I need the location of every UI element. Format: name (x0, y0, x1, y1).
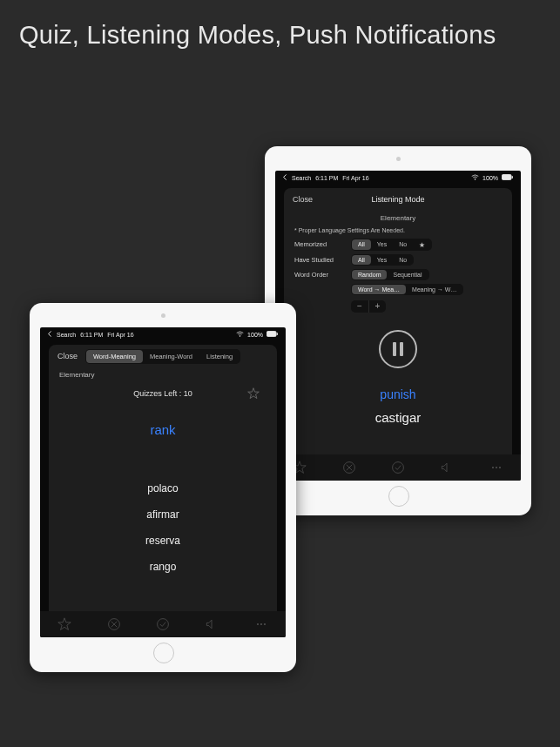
svg-point-4 (393, 462, 404, 474)
quiz-word: rank (49, 422, 277, 437)
studied-label: Have Studied (294, 256, 342, 264)
order-label: Word Order (294, 271, 342, 279)
close-button[interactable]: Close (57, 352, 78, 360)
memorized-opt-no[interactable]: No (393, 239, 413, 250)
quiz-mode-segment[interactable]: Word-Meaning Meaning-Word Listening (85, 349, 240, 364)
quiz-option[interactable]: polaco (147, 482, 178, 495)
studied-opt-all[interactable]: All (352, 255, 371, 265)
status-back-label[interactable]: Search (292, 175, 311, 181)
status-battery-pct: 100% (247, 332, 263, 338)
svg-point-14 (260, 623, 262, 625)
toolbar-cancel-icon[interactable] (342, 461, 356, 474)
svg-point-13 (257, 623, 259, 625)
listening-meaning: castigar (284, 410, 512, 425)
svg-point-5 (492, 467, 494, 468)
toolbar-star-icon[interactable] (57, 617, 71, 631)
tab-meaning-word[interactable]: Meaning-Word (143, 350, 199, 363)
mode-opt-wm[interactable]: Word → Mea… (352, 285, 406, 294)
order-opt-random[interactable]: Random (352, 270, 387, 279)
memorized-opt-all[interactable]: All (352, 239, 371, 250)
quiz-option[interactable]: reserva (145, 535, 180, 547)
memorized-opt-yes[interactable]: Yes (371, 239, 393, 250)
bottom-toolbar (275, 454, 521, 481)
pause-bar-icon (400, 342, 403, 356)
status-bar: Search 6:11 PM Fri Apr 16 100% (275, 171, 521, 183)
svg-point-8 (240, 336, 240, 337)
quiz-modal: Close Word-Meaning Meaning-Word Listenin… (49, 345, 277, 637)
plus-icon[interactable]: + (368, 300, 386, 313)
battery-icon (502, 174, 514, 181)
headline: Quiz, Listening Modes, Push Notification… (0, 0, 560, 50)
status-battery-pct: 100% (482, 175, 498, 181)
toolbar-speaker-icon[interactable] (205, 617, 219, 631)
toolbar-cancel-icon[interactable] (107, 617, 121, 631)
pause-button[interactable] (379, 330, 417, 368)
svg-rect-2 (512, 176, 513, 178)
screen-right: Search 6:11 PM Fri Apr 16 100% Close Lis… (275, 171, 521, 481)
svg-point-6 (496, 467, 497, 468)
favorite-star-icon[interactable] (247, 387, 260, 401)
svg-rect-1 (502, 174, 511, 179)
quizzes-left-label: Quizzes Left : 10 (133, 389, 192, 398)
tab-listening[interactable]: Listening (199, 350, 240, 363)
mode-opt-mw[interactable]: Meaning → W… (406, 285, 462, 294)
toolbar-check-icon[interactable] (391, 461, 405, 474)
status-back-label[interactable]: Search (57, 332, 76, 338)
listening-modal: Close Listening Mode Elementary * Proper… (284, 188, 512, 481)
quiz-options: polaco afirmar reserva rango (49, 482, 277, 573)
wifi-icon (236, 331, 244, 338)
wifi-icon (471, 174, 479, 181)
toolbar-more-icon[interactable] (489, 461, 503, 474)
listening-word: punish (284, 387, 512, 401)
settings-note: * Proper Language Settings Are Needed. (284, 224, 512, 237)
svg-point-0 (475, 179, 476, 180)
memorized-label: Memorized (294, 240, 342, 248)
studied-segment[interactable]: All Yes No (351, 254, 414, 266)
quiz-option[interactable]: afirmar (146, 508, 179, 521)
status-time: 6:11 PM (315, 175, 338, 181)
modal-title: Listening Mode (284, 195, 512, 204)
order-segment[interactable]: Random Sequential (351, 269, 429, 280)
svg-point-7 (499, 467, 501, 468)
svg-point-12 (158, 619, 169, 630)
pause-bar-icon (393, 342, 396, 356)
toolbar-speaker-icon[interactable] (440, 461, 454, 474)
ipad-device-right: Search 6:11 PM Fri Apr 16 100% Close Lis… (265, 146, 531, 515)
toolbar-more-icon[interactable] (254, 617, 268, 631)
bottom-toolbar (40, 611, 286, 637)
level-label: Elementary (49, 366, 277, 380)
order-opt-sequential[interactable]: Sequential (387, 270, 428, 279)
memorized-opt-star[interactable] (413, 239, 431, 250)
minus-icon[interactable]: − (351, 300, 368, 313)
memorized-segment[interactable]: All Yes No (351, 239, 432, 251)
toolbar-check-icon[interactable] (156, 617, 170, 631)
back-chevron-icon[interactable] (47, 331, 52, 338)
close-button[interactable]: Close (293, 195, 313, 204)
quiz-option[interactable]: rango (150, 561, 177, 573)
status-time: 6:11 PM (80, 332, 103, 338)
status-date: Fri Apr 16 (342, 175, 368, 181)
mode-segment[interactable]: Word → Mea… Meaning → W… (351, 284, 463, 295)
level-label: Elementary (284, 209, 512, 224)
svg-point-15 (264, 623, 266, 625)
svg-rect-9 (267, 331, 276, 336)
status-bar: Search 6:11 PM Fri Apr 16 100% (40, 327, 286, 340)
studied-opt-yes[interactable]: Yes (371, 255, 393, 265)
studied-opt-no[interactable]: No (393, 255, 413, 265)
svg-rect-10 (277, 333, 278, 335)
screen-left: Search 6:11 PM Fri Apr 16 100% Close Wo (40, 327, 286, 637)
battery-icon (267, 331, 279, 338)
status-date: Fri Apr 16 (107, 332, 133, 338)
speed-stepper[interactable]: − + (351, 300, 386, 313)
ipad-device-left: Search 6:11 PM Fri Apr 16 100% Close Wo (30, 303, 296, 672)
back-chevron-icon[interactable] (282, 174, 287, 181)
tab-word-meaning[interactable]: Word-Meaning (86, 350, 143, 363)
